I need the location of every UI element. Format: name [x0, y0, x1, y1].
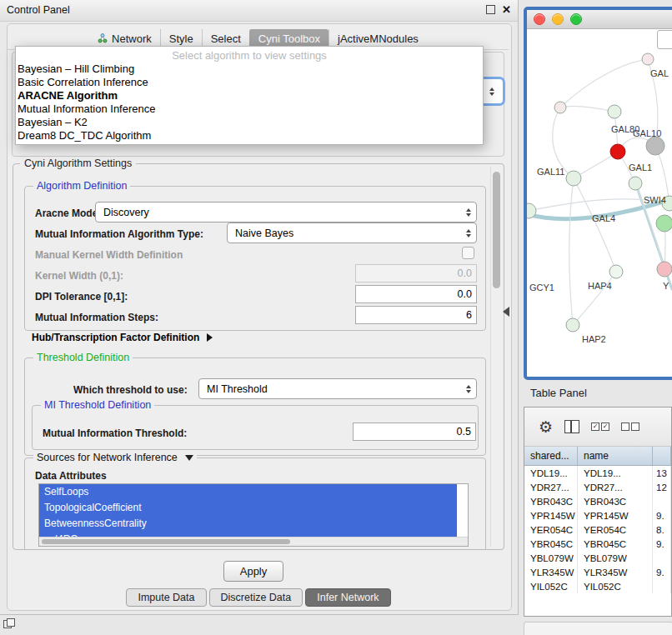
tab-discretize-data[interactable]: Discretize Data: [209, 588, 303, 607]
table-row[interactable]: YLR345WYLR345W9.: [524, 565, 671, 579]
network-node[interactable]: [642, 53, 654, 65]
network-node[interactable]: [646, 137, 664, 155]
algorithm-option[interactable]: Dream8 DC_TDC Algorithm: [16, 129, 483, 142]
algorithm-option[interactable]: Mutual Information Inference: [16, 102, 483, 116]
settings-scrollbar[interactable]: [490, 167, 502, 547]
table-cell: YDR27...: [578, 480, 653, 494]
expand-arrow-icon: [207, 333, 213, 342]
cyni-algorithm-settings-group: Algorithm Definition Aracne Mode: Discov…: [13, 163, 504, 550]
hscrollbar-thumb[interactable]: [42, 539, 290, 544]
control-panel-titlebar[interactable]: Control Panel ✕: [0, 0, 518, 22]
which-threshold-select[interactable]: MI Threshold: [198, 378, 477, 399]
panel-collapse-arrow[interactable]: [503, 307, 509, 317]
network-node[interactable]: [566, 318, 579, 332]
table-cell: YBL079W: [524, 551, 578, 565]
algorithm-option[interactable]: Bayesian – Hill Climbing: [16, 62, 483, 76]
algorithm-option[interactable]: ARACNE Algorithm: [16, 89, 483, 102]
network-tool-box[interactable]: [657, 30, 672, 49]
control-panel-window: Control Panel ✕ NetworkStyleSelectCyni T…: [0, 0, 519, 615]
column-header[interactable]: [653, 447, 671, 465]
column-header[interactable]: shared...: [524, 447, 578, 465]
attribute-item[interactable]: BetweennessCentrality: [39, 516, 457, 532]
network-node-label: GAL11: [537, 167, 564, 177]
combo-arrows-icon: [466, 208, 471, 217]
network-node[interactable]: [566, 171, 581, 186]
table-row[interactable]: YBR043CYBR043C: [524, 494, 671, 508]
table-row[interactable]: YIL052CYIL052C: [524, 579, 671, 593]
table-row[interactable]: YBR045CYBR045C9.: [524, 537, 671, 551]
tab-label: jActiveMNodules: [338, 32, 419, 45]
attribute-item[interactable]: SelfLoops: [39, 484, 457, 500]
mi-algorithm-type-label: Mutual Information Algorithm Type:: [35, 228, 203, 240]
deselect-all-checkboxes-icon[interactable]: [621, 422, 639, 431]
network-node-label: GAL10: [633, 128, 661, 138]
network-canvas-svg: GALGAL80GAL10GAL11GAL1SWI4GAL4GCY1HAP4YH…: [527, 29, 672, 359]
table-row[interactable]: YER054CYER054C8.: [524, 522, 671, 537]
gear-icon[interactable]: ⚙: [539, 419, 553, 435]
aracne-mode-select[interactable]: Discovery: [95, 202, 477, 222]
zoom-traffic-light[interactable]: [570, 13, 582, 25]
hub-definition-toggle[interactable]: Hub/Transcription Factor Definition: [32, 332, 213, 343]
node-table-body: YDL19...YDL19...13YDR27...YDR27...12YBR0…: [524, 466, 671, 593]
manual-kernel-width-checkbox[interactable]: [462, 247, 474, 259]
threshold-definition-group: Threshold Definition Which threshold to …: [24, 358, 486, 456]
attribute-item[interactable]: TopologicalCoefficient: [39, 500, 457, 516]
table-cell: YIL052C: [524, 579, 578, 593]
sources-group: Sources for Network Inference Data Attri…: [24, 458, 486, 550]
tab-label: Style: [169, 32, 193, 45]
tab-impute-data[interactable]: Impute Data: [126, 588, 206, 607]
tab-label: Network: [112, 32, 152, 45]
network-canvas[interactable]: GALGAL80GAL10GAL11GAL1SWI4GAL4GCY1HAP4YH…: [527, 29, 672, 359]
network-node[interactable]: [629, 177, 642, 190]
data-attributes-list[interactable]: SelfLoopsTopologicalCoefficientBetweenne…: [38, 483, 469, 547]
table-cell: [653, 494, 671, 508]
attributes-hscrollbar[interactable]: [39, 537, 468, 546]
mi-threshold-input[interactable]: [353, 422, 476, 441]
which-threshold-label: Which threshold to use:: [73, 384, 188, 396]
minimize-traffic-light[interactable]: [552, 13, 564, 25]
select-all-checkboxes-icon[interactable]: ✓✓: [591, 422, 609, 431]
close-icon[interactable]: ✕: [502, 4, 511, 15]
table-row[interactable]: YDL19...YDL19...13: [524, 466, 671, 480]
table-row[interactable]: YPR145WYPR145W9.: [524, 508, 671, 522]
table-cell: 9.: [653, 537, 671, 551]
tab-infer-network[interactable]: Infer Network: [305, 588, 390, 607]
network-node[interactable]: [656, 215, 672, 232]
dpi-tolerance-label: DPI Tolerance [0,1]:: [35, 291, 128, 302]
settings-group-title: Cyni Algorithm Settings: [20, 158, 136, 169]
network-node[interactable]: [554, 102, 566, 113]
algorithm-option[interactable]: Bayesian – K2: [16, 116, 483, 129]
kernel-width-input[interactable]: [355, 264, 477, 282]
network-window-titlebar[interactable]: [527, 10, 672, 29]
column-header[interactable]: name: [578, 447, 653, 465]
table-cell: YER054C: [524, 522, 578, 537]
table-cell: YLR345W: [524, 565, 578, 579]
sources-group-title[interactable]: Sources for Network Inference: [33, 452, 197, 463]
algorithm-placeholder-option[interactable]: Select algorithm to view settings: [16, 48, 483, 62]
aracne-mode-value: Discovery: [103, 207, 149, 218]
network-node[interactable]: [610, 144, 625, 159]
table-row[interactable]: YDR27...YDR27...12: [524, 480, 671, 494]
apply-button[interactable]: Apply: [223, 561, 283, 582]
table-row[interactable]: YBL079WYBL079W: [524, 551, 671, 565]
network-node[interactable]: [608, 105, 621, 118]
table-cell: YPR145W: [578, 508, 653, 522]
network-node[interactable]: [609, 265, 623, 278]
table-cell: 8.: [653, 522, 671, 537]
table-cell: YDL19...: [524, 466, 578, 480]
network-node[interactable]: [657, 262, 672, 277]
mi-algorithm-type-select[interactable]: Naive Bayes: [227, 222, 477, 243]
float-panel-icon[interactable]: [3, 618, 15, 628]
float-window-icon[interactable]: [486, 5, 495, 14]
table-cell: YBL079W: [578, 551, 653, 565]
table-cell: YIL052C: [578, 579, 653, 593]
column-browser-icon[interactable]: [564, 420, 579, 433]
algorithm-option[interactable]: Basic Correlation Inference: [16, 76, 483, 89]
algorithm-definition-title: Algorithm Definition: [33, 180, 130, 192]
dpi-tolerance-input[interactable]: [355, 285, 477, 303]
mi-steps-input[interactable]: [355, 306, 477, 324]
threshold-definition-title: Threshold Definition: [33, 352, 133, 363]
combo-arrows-icon: [489, 88, 494, 96]
settings-scrollbar-thumb[interactable]: [493, 172, 500, 288]
close-traffic-light[interactable]: [534, 13, 545, 25]
